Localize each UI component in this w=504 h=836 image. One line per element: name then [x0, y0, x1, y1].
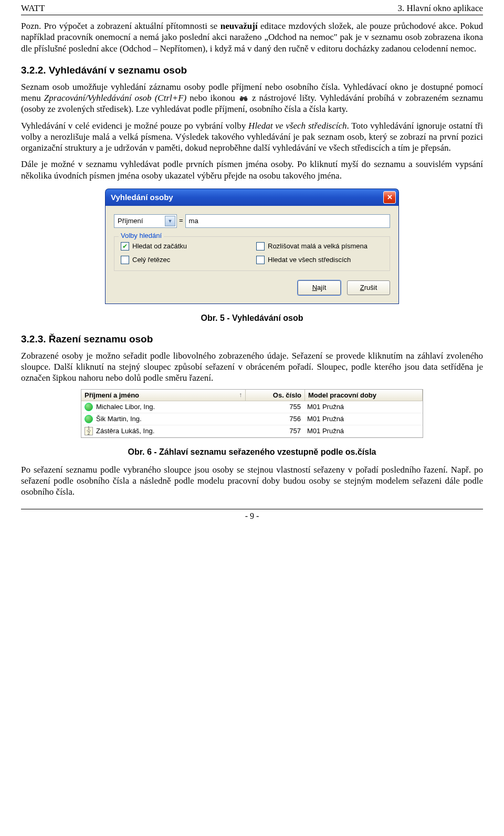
header-left: WATT: [21, 3, 45, 14]
status-present-icon: [85, 403, 93, 411]
table-header: Příjmení a jméno ↑ Os. číslo Model praco…: [81, 390, 423, 401]
search-input[interactable]: ma: [185, 214, 390, 228]
close-icon: ✕: [387, 193, 393, 201]
svg-rect-2: [242, 97, 245, 99]
dialog-body: Příjmení ▼ = ma Volby hledání ✔ Hledat o…: [105, 206, 399, 304]
status-partial-icon: 12: [85, 427, 93, 435]
binocular-icon: [239, 93, 248, 101]
checkbox-icon: [256, 256, 265, 264]
checkbox-icon: [256, 242, 265, 250]
checkbox-all-centers[interactable]: Hledat ve všech střediscích: [256, 256, 383, 264]
section-323-title: 3.2.3. Řazení seznamu osob: [21, 333, 483, 345]
paragraph-322-3: Dále je možné v seznamu vyhledávat podle…: [21, 159, 483, 181]
col-header-name[interactable]: Příjmení a jméno ↑: [81, 390, 246, 401]
dialog-title: Vyhledání osoby: [111, 193, 173, 202]
figure-6-caption: Obr. 6 - Záhlaví seznamu seřazeného vzes…: [21, 447, 483, 457]
page-footer: - 9 -: [21, 509, 483, 521]
svg-rect-3: [240, 96, 242, 98]
header-right: 3. Hlavní okno aplikace: [398, 3, 483, 14]
table-row[interactable]: Šik Martin, Ing. 756 M01 Pružná: [81, 413, 423, 425]
checkbox-search-from-start[interactable]: ✔ Hledat od začátku: [121, 242, 248, 250]
sort-asc-icon: ↑: [239, 391, 242, 399]
paragraph-323-2: Po seřazení seznamu podle vybraného slou…: [21, 464, 483, 498]
equals-label: =: [177, 214, 185, 228]
checkbox-icon: [121, 256, 129, 264]
person-table: Příjmení a jméno ↑ Os. číslo Model praco…: [81, 389, 423, 438]
search-options-fieldset: Volby hledání ✔ Hledat od začátku Rozliš…: [114, 236, 390, 271]
cancel-button[interactable]: Zrušit: [347, 280, 390, 295]
field-select[interactable]: Příjmení ▼: [114, 214, 177, 228]
dialog-titlebar: Vyhledání osoby ✕: [105, 189, 399, 206]
paragraph-322-1: Seznam osob umožňuje vyhledání záznamu o…: [21, 81, 483, 115]
page-header: WATT 3. Hlavní okno aplikace: [21, 0, 483, 15]
find-person-dialog: Vyhledání osoby ✕ Příjmení ▼ = ma Volby …: [105, 189, 399, 304]
paragraph-323-1: Zobrazené osoby je možno seřadit podle l…: [21, 350, 483, 384]
paragraph-322-2: Vyhledávání v celé evidenci je možné pou…: [21, 120, 483, 154]
table-row[interactable]: Michalec Libor, Ing. 755 M01 Pružná: [81, 401, 423, 413]
fieldset-legend: Volby hledání: [119, 232, 164, 239]
chevron-down-icon: ▼: [165, 216, 175, 226]
figure-5-caption: Obr. 5 - Vyhledávání osob: [21, 314, 483, 323]
section-322-title: 3.2.2. Vyhledávání v seznamu osob: [21, 65, 483, 76]
paragraph-note: Pozn. Pro výpočet a zobrazení aktuální p…: [21, 20, 483, 54]
checkbox-whole-string[interactable]: Celý řetězec: [121, 256, 248, 264]
col-header-number[interactable]: Os. číslo: [246, 390, 305, 401]
status-present-icon: [85, 415, 93, 423]
table-row[interactable]: 12 Zástěra Lukáš, Ing. 757 M01 Pružná: [81, 425, 423, 437]
checkbox-case-sensitive[interactable]: Rozlišovat malá a velká písmena: [256, 242, 383, 250]
svg-rect-4: [245, 96, 246, 98]
find-button[interactable]: Najít: [298, 280, 341, 295]
col-header-model[interactable]: Model pracovní doby: [305, 390, 423, 401]
close-button[interactable]: ✕: [383, 191, 396, 204]
checkbox-icon: ✔: [121, 242, 129, 250]
